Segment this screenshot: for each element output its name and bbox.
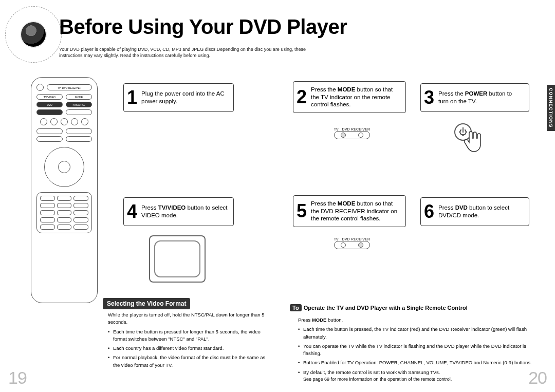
section-a-body: While the player is turned off, hold the… (108, 311, 267, 369)
remote-dpad (44, 147, 84, 187)
bullet-item: Each time the button is pressed, the TV … (298, 326, 545, 341)
remote-ch-button (66, 136, 92, 142)
speaker-graphic (5, 6, 62, 63)
step-text: Plug the power cord into the AC power su… (141, 90, 228, 105)
page-number-right: 20 (528, 368, 547, 388)
remote-transport-buttons (38, 118, 91, 125)
step-6: 6 Press DVD button to select DVD/CD mode… (420, 197, 529, 226)
hand-icon (461, 128, 487, 154)
step-2: 2 Press the MODE button so that the TV i… (293, 81, 406, 113)
power-press-illustration (452, 121, 488, 157)
remote-blank-button (36, 109, 63, 115)
page-number-left: 19 (8, 368, 27, 388)
remote-dvdrec-label: DVD RECEIVER (62, 86, 82, 89)
step-number: 2 (297, 88, 307, 106)
remote-vol-button (36, 136, 63, 142)
step-text: Press the POWER button to turn on the TV… (438, 90, 524, 105)
switch-dvd-label: DVD RECEIVER (342, 127, 370, 131)
remote-blank-button (66, 109, 92, 115)
step-1: 1 Plug the power cord into the AC power … (123, 83, 234, 112)
remote-keypad (36, 192, 92, 233)
remote-control-illustration: TV DVD RECEIVER TV/VIDEO MODE DVD NTSC/P… (31, 77, 98, 303)
remote-tvvideo-button: TV/VIDEO (36, 94, 63, 100)
section-b-lead: Press MODE button. (298, 316, 545, 324)
step-number: 1 (127, 88, 137, 107)
remote-ch-button (66, 128, 92, 134)
step-text: Press DVD button to select DVD/CD mode. (438, 204, 524, 219)
tv-screen-illustration (149, 235, 206, 283)
bullet-item: Buttons Enabled for TV Operation: POWER,… (298, 359, 545, 366)
step-number: 4 (127, 202, 137, 221)
bullet-item: You can operate the TV while the TV indi… (298, 343, 545, 358)
section-heading-single-remote: ToOperate the TV and DVD Player with a S… (290, 304, 468, 311)
step-3: 3 Press the POWER button to turn on the … (420, 83, 529, 112)
step-number: 6 (424, 202, 434, 221)
remote-power-led (36, 84, 44, 91)
section-heading-video-format: Selecting the Video Format (103, 298, 190, 309)
remote-indicator-strip: TV DVD RECEIVER (47, 84, 92, 90)
section-a-lead: While the player is turned off, hold the… (108, 311, 267, 326)
intro-text: Your DVD player is capable of playing DV… (59, 46, 306, 59)
switch-tv-label: TV (334, 127, 339, 131)
side-tab-connections: CONNECTIONS (547, 85, 555, 131)
step-text: Press TV/VIDEO button to select VIDEO mo… (141, 204, 228, 219)
switch-dvd-label: DVD RECEIVER (342, 237, 370, 241)
step-4: 4 Press TV/VIDEO button to select VIDEO … (123, 197, 234, 226)
remote-ntscpal-button: NTSC/PAL (66, 102, 92, 107)
remote-tv-label: TV (58, 86, 61, 89)
bullet-item: Each country has a different video forma… (108, 345, 267, 352)
step-5: 5 Press the MODE button so that the DVD … (293, 195, 406, 227)
section-b-body: Press MODE button. Each time the button … (298, 316, 545, 383)
to-pill: To (290, 304, 302, 311)
remote-dvd-button: DVD (36, 102, 63, 107)
mode-switch-tv-illustration: TV DVD RECEIVER (324, 126, 380, 139)
section-b-heading-text: Operate the TV and DVD Player with a Sin… (304, 305, 468, 311)
step-text: Press the MODE button so that the DVD RE… (311, 200, 400, 223)
page-title: Before Using Your DVD Player (59, 15, 347, 39)
bullet-item: By default, the remote control is set to… (298, 369, 545, 376)
remote-mode-button: MODE (66, 94, 92, 100)
step-number: 5 (297, 202, 307, 220)
bullet-item: Each time the button is pressed for long… (108, 328, 267, 343)
remote-vol-button (36, 128, 63, 134)
section-b-subnote: See page 69 for more information on the … (298, 376, 545, 383)
switch-tv-label: TV (334, 237, 339, 241)
step-text: Press the MODE button so that the TV ind… (311, 86, 400, 109)
mode-switch-dvd-illustration: TV DVD RECEIVER (324, 236, 380, 249)
step-number: 3 (424, 88, 434, 107)
bullet-item: For normal playback, the video format of… (108, 354, 267, 369)
